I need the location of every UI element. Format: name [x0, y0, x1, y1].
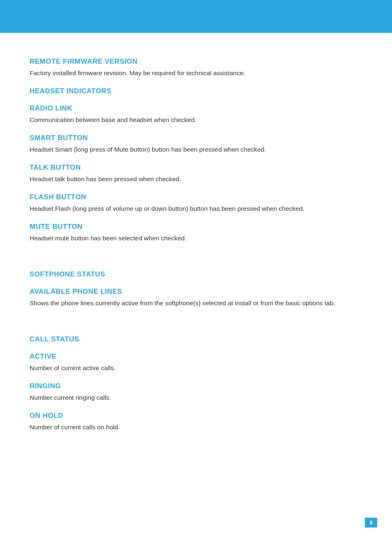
section-softphone-status: SOFTPHONE STATUS: [30, 270, 362, 279]
header-bar: [0, 0, 392, 33]
heading-on-hold: ON HOLD: [30, 412, 362, 420]
heading-call-status: CALL STATUS: [30, 335, 362, 343]
heading-remote-firmware-version: REMOTE FIRMWARE VERSION: [30, 58, 362, 66]
section-mute-button: MUTE BUTTON Headset mute button has been…: [30, 223, 362, 243]
body-flash-button: Headset Flash (long press of volume up o…: [30, 204, 362, 214]
body-on-hold: Number of current calls on hold.: [30, 422, 362, 432]
section-call-status: CALL STATUS: [30, 335, 362, 343]
spacer-4: [30, 319, 362, 326]
heading-radio-link: RADIO LINK: [30, 104, 362, 113]
body-mute-button: Headset mute button has been selected wh…: [30, 233, 362, 243]
heading-talk-button: TALK BUTTON: [30, 164, 362, 172]
section-headset-indicators: HEADSET INDICATORS: [30, 87, 362, 95]
heading-smart-button: SMART BUTTON: [30, 134, 362, 142]
section-talk-button: TALK BUTTON Headset talk button has been…: [30, 164, 362, 184]
body-active: Number of current active calls.: [30, 363, 362, 373]
body-radio-link: Communication between base and headset w…: [30, 115, 362, 125]
spacer-2: [30, 254, 362, 261]
body-smart-button: Headset Smart (long press of Mute button…: [30, 145, 362, 154]
section-smart-button: SMART BUTTON Headset Smart (long press o…: [30, 134, 362, 154]
section-remote-firmware-version: REMOTE FIRMWARE VERSION Factory installe…: [30, 58, 362, 78]
spacer-1: [30, 246, 362, 254]
page-number: 9: [365, 518, 377, 527]
section-ringing: RINGING Number current ringing calls.: [30, 382, 362, 403]
section-flash-button: FLASH BUTTON Headset Flash (long press o…: [30, 193, 362, 214]
heading-active: ACTIVE: [30, 352, 362, 361]
spacer-3: [30, 311, 362, 319]
section-radio-link: RADIO LINK Communication between base an…: [30, 104, 362, 125]
section-active: ACTIVE Number of current active calls.: [30, 352, 362, 373]
heading-softphone-status: SOFTPHONE STATUS: [30, 270, 362, 279]
body-talk-button: Headset talk button has been pressed whe…: [30, 174, 362, 184]
body-remote-firmware-version: Factory installed firmware revision. May…: [30, 68, 362, 78]
heading-ringing: RINGING: [30, 382, 362, 390]
heading-flash-button: FLASH BUTTON: [30, 193, 362, 201]
body-ringing: Number current ringing calls.: [30, 393, 362, 403]
body-available-phone-lines: Shows the phone lines currently active f…: [30, 298, 362, 308]
heading-headset-indicators: HEADSET INDICATORS: [30, 87, 362, 95]
main-content: REMOTE FIRMWARE VERSION Factory installe…: [0, 33, 392, 460]
section-on-hold: ON HOLD Number of current calls on hold.: [30, 412, 362, 432]
heading-mute-button: MUTE BUTTON: [30, 223, 362, 231]
heading-available-phone-lines: AVAILABLE PHONE LINES: [30, 288, 362, 296]
section-available-phone-lines: AVAILABLE PHONE LINES Shows the phone li…: [30, 288, 362, 308]
